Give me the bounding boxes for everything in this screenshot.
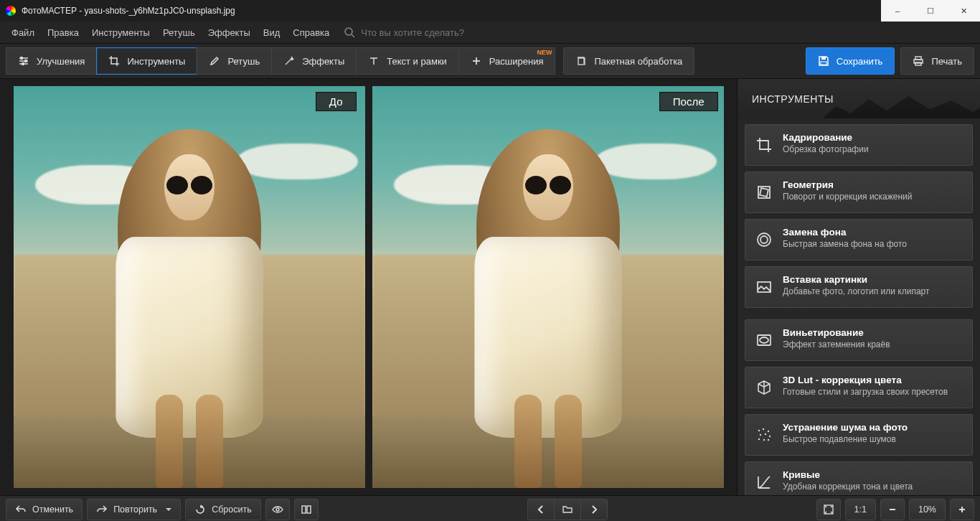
undo-button[interactable]: Отменить bbox=[6, 499, 83, 520]
window-controls: – ☐ ✕ bbox=[881, 0, 980, 22]
svg-line-1 bbox=[352, 34, 354, 37]
svg-rect-20 bbox=[758, 282, 771, 292]
close-button[interactable]: ✕ bbox=[947, 0, 980, 22]
tab-text-label: Текст и рамки bbox=[387, 56, 447, 67]
bottombar: Отменить Повторить Сбросить 1:1 10% bbox=[0, 495, 980, 521]
tab-retouch[interactable]: Ретушь bbox=[197, 47, 272, 75]
tool-sub: Удобная коррекция тона и цвета bbox=[783, 482, 963, 492]
tool-denoise[interactable]: Устранение шума на фото Быстрое подавлен… bbox=[745, 414, 973, 456]
compare-button[interactable] bbox=[294, 499, 319, 520]
svg-point-22 bbox=[760, 337, 768, 343]
open-folder-button[interactable] bbox=[554, 499, 581, 520]
zoom-label: 10% bbox=[918, 504, 936, 515]
tool-sub: Добавьте фото, логотип или клипарт bbox=[783, 286, 963, 296]
undo-label: Отменить bbox=[32, 504, 73, 515]
tool-bg-replace[interactable]: Замена фона Быстрая замена фона на фото bbox=[745, 219, 973, 260]
svg-rect-17 bbox=[760, 188, 768, 197]
chevron-right-icon bbox=[588, 504, 600, 515]
tool-title: Геометрия bbox=[783, 179, 963, 190]
redo-button[interactable]: Повторить bbox=[87, 499, 181, 520]
geometry-icon bbox=[755, 184, 773, 201]
svg-rect-11 bbox=[821, 57, 826, 60]
tab-text[interactable]: Текст и рамки bbox=[356, 47, 459, 75]
tool-curves[interactable]: Кривые Удобная коррекция тона и цвета bbox=[745, 461, 973, 495]
tool-sub: Быстрая замена фона на фото bbox=[783, 239, 963, 249]
tab-enhance[interactable]: Улучшения bbox=[6, 47, 97, 75]
prev-button[interactable] bbox=[527, 499, 555, 520]
minimize-button[interactable]: – bbox=[881, 0, 914, 22]
tab-effects[interactable]: Эффекты bbox=[271, 47, 357, 75]
mountain-deco bbox=[822, 93, 980, 118]
reset-button[interactable]: Сбросить bbox=[185, 499, 261, 520]
eye-button[interactable] bbox=[265, 499, 290, 520]
fit-button[interactable] bbox=[816, 499, 841, 520]
compare-icon bbox=[301, 504, 312, 515]
stack-icon bbox=[575, 55, 587, 67]
eye-icon bbox=[272, 504, 283, 515]
zoom-value[interactable]: 10% bbox=[909, 499, 946, 520]
tab-effects-label: Эффекты bbox=[302, 56, 344, 67]
svg-point-18 bbox=[760, 236, 768, 243]
tool-list: Кадрирование Обрезка фотографии Геометри… bbox=[738, 118, 980, 495]
save-label: Сохранить bbox=[837, 56, 883, 67]
zoom-out-button[interactable] bbox=[880, 499, 905, 520]
tool-sub: Быстрое подавление шумов bbox=[783, 434, 963, 444]
svg-point-27 bbox=[765, 433, 766, 435]
tool-title: Замена фона bbox=[783, 227, 963, 238]
svg-point-19 bbox=[758, 233, 771, 246]
menu-help[interactable]: Справка bbox=[287, 25, 335, 40]
redo-label: Повторить bbox=[113, 504, 157, 515]
zoom-in-button[interactable] bbox=[950, 499, 974, 520]
sidepanel-title: ИНСТРУМЕНТЫ bbox=[752, 93, 834, 105]
tab-extensions[interactable]: Расширения NEW bbox=[458, 47, 556, 75]
svg-point-24 bbox=[763, 428, 764, 430]
menu-tools[interactable]: Инструменты bbox=[86, 25, 156, 40]
sidepanel: ИНСТРУМЕНТЫ Кадрирование Обрезка фотогра… bbox=[737, 79, 980, 495]
reset-label: Сбросить bbox=[212, 504, 252, 515]
menu-effects[interactable]: Эффекты bbox=[202, 25, 256, 40]
viewer[interactable]: До После bbox=[0, 79, 737, 495]
denoise-icon bbox=[755, 426, 773, 443]
curves-icon bbox=[755, 474, 773, 491]
tool-crop[interactable]: Кадрирование Обрезка фотографии bbox=[745, 124, 973, 166]
titlebar: ФотоМАСТЕР - yasu-shots-_y6hMz1pJC0-unsp… bbox=[0, 0, 980, 22]
tool-sub: Эффект затемнения краёв bbox=[783, 339, 963, 349]
tool-insert-image[interactable]: Вставка картинки Добавьте фото, логотип … bbox=[745, 266, 973, 308]
tool-geometry[interactable]: Геометрия Поворот и коррекция искажений bbox=[745, 172, 973, 213]
svg-rect-12 bbox=[821, 62, 826, 65]
tool-title: Устранение шума на фото bbox=[783, 422, 963, 433]
save-button[interactable]: Сохранить bbox=[806, 47, 895, 75]
print-button[interactable]: Печать bbox=[900, 47, 974, 75]
minus-icon bbox=[887, 504, 898, 515]
new-badge: NEW bbox=[537, 49, 552, 56]
svg-point-29 bbox=[758, 438, 760, 440]
menu-file[interactable]: Файл bbox=[6, 25, 40, 40]
print-label: Печать bbox=[931, 56, 962, 67]
tab-batch[interactable]: Пакетная обработка bbox=[563, 47, 694, 75]
maximize-button[interactable]: ☐ bbox=[914, 0, 947, 22]
save-icon bbox=[818, 55, 829, 67]
workspace: До После ИНСТРУМЕНТЫ Кадрирование Обрезк… bbox=[0, 79, 980, 495]
tool-3dlut[interactable]: 3D Lut - коррекция цвета Готовые стили и… bbox=[745, 367, 973, 408]
tool-sub: Обрезка фотографии bbox=[783, 144, 963, 154]
after-label: После bbox=[659, 92, 718, 111]
menu-search[interactable] bbox=[344, 27, 506, 39]
tool-title: Кадрирование bbox=[783, 132, 963, 143]
menu-view[interactable]: Вид bbox=[258, 25, 286, 40]
tool-sub: Готовые стили и загрузка своих пресетов bbox=[783, 387, 963, 397]
tool-title: Виньетирование bbox=[783, 327, 963, 338]
svg-point-25 bbox=[768, 431, 769, 432]
tab-tools[interactable]: Инструменты bbox=[96, 47, 197, 75]
next-button[interactable] bbox=[580, 499, 608, 520]
scale-label: 1:1 bbox=[854, 504, 867, 515]
undo-icon bbox=[15, 504, 27, 515]
menu-search-input[interactable] bbox=[359, 27, 506, 39]
menu-edit[interactable]: Правка bbox=[42, 25, 85, 40]
tool-vignette[interactable]: Виньетирование Эффект затемнения краёв bbox=[745, 319, 973, 361]
reset-icon bbox=[194, 504, 206, 515]
scale-1to1-button[interactable]: 1:1 bbox=[845, 499, 876, 520]
svg-rect-34 bbox=[307, 506, 311, 513]
search-icon bbox=[344, 27, 355, 38]
tab-enhance-label: Улучшения bbox=[37, 56, 85, 67]
menu-retouch[interactable]: Ретушь bbox=[157, 25, 201, 40]
